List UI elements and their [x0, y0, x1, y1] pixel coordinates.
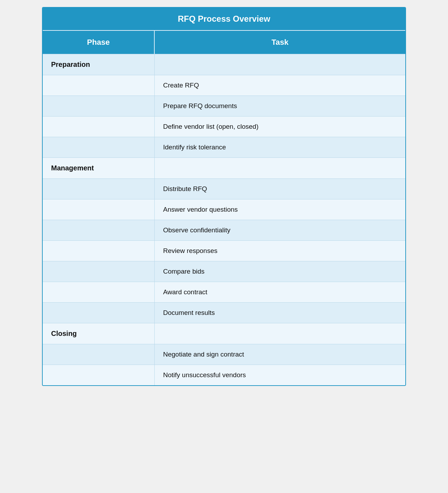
table-row: Preparation	[43, 54, 405, 75]
phase-cell	[43, 241, 155, 261]
table-row: Notify unsuccessful vendors	[43, 365, 405, 385]
task-cell: Define vendor list (open, closed)	[155, 117, 405, 137]
table-row: Management	[43, 157, 405, 178]
table-row: Create RFQ	[43, 75, 405, 96]
table-row: Review responses	[43, 240, 405, 261]
phase-cell	[43, 117, 155, 137]
table-row: Distribute RFQ	[43, 178, 405, 199]
phase-cell	[43, 137, 155, 157]
task-cell: Compare bids	[155, 261, 405, 282]
phase-cell	[43, 282, 155, 302]
task-cell	[155, 54, 405, 75]
phase-cell	[43, 220, 155, 240]
phase-cell	[43, 303, 155, 323]
task-header: Task	[155, 31, 405, 54]
task-cell: Answer vendor questions	[155, 199, 405, 220]
task-cell: Negotiate and sign contract	[155, 344, 405, 365]
task-cell: Create RFQ	[155, 75, 405, 96]
task-cell: Review responses	[155, 241, 405, 261]
phase-cell	[43, 365, 155, 385]
phase-cell: Management	[43, 158, 155, 178]
table-row: Closing	[43, 323, 405, 344]
table-row: Document results	[43, 302, 405, 323]
phase-cell	[43, 344, 155, 365]
table-row: Identify risk tolerance	[43, 137, 405, 157]
table-row: Award contract	[43, 282, 405, 302]
phase-cell	[43, 261, 155, 282]
task-cell: Prepare RFQ documents	[155, 96, 405, 116]
table-title: RFQ Process Overview	[43, 8, 405, 30]
task-cell: Document results	[155, 303, 405, 323]
task-cell: Distribute RFQ	[155, 179, 405, 199]
task-cell: Observe confidentiality	[155, 220, 405, 240]
table-body: PreparationCreate RFQPrepare RFQ documen…	[43, 54, 405, 385]
task-cell: Award contract	[155, 282, 405, 302]
table-header: Phase Task	[43, 30, 405, 54]
task-cell	[155, 323, 405, 344]
task-cell: Notify unsuccessful vendors	[155, 365, 405, 385]
task-cell: Identify risk tolerance	[155, 137, 405, 157]
phase-cell	[43, 179, 155, 199]
table-row: Define vendor list (open, closed)	[43, 116, 405, 137]
table-row: Compare bids	[43, 261, 405, 282]
table-row: Observe confidentiality	[43, 220, 405, 240]
task-cell	[155, 158, 405, 178]
table-row: Answer vendor questions	[43, 199, 405, 220]
phase-header: Phase	[43, 31, 155, 54]
rfq-table: RFQ Process Overview Phase Task Preparat…	[42, 7, 406, 386]
phase-cell: Closing	[43, 323, 155, 344]
phase-cell: Preparation	[43, 54, 155, 75]
table-row: Negotiate and sign contract	[43, 344, 405, 365]
phase-cell	[43, 75, 155, 96]
phase-cell	[43, 96, 155, 116]
table-row: Prepare RFQ documents	[43, 96, 405, 116]
phase-cell	[43, 199, 155, 220]
